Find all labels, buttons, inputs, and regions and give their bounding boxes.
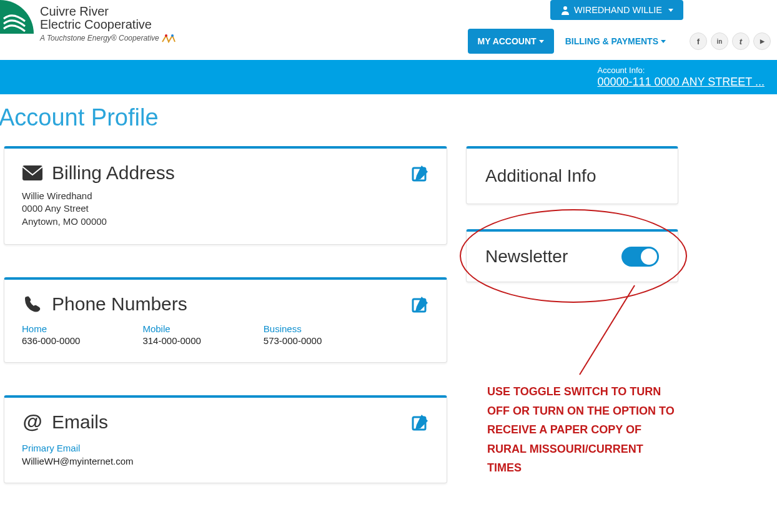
facebook-icon[interactable]: f [690,32,707,50]
svg-line-7 [580,285,635,375]
billing-city: Anytown, MO 00000 [22,215,429,228]
toggle-knob [641,249,657,265]
additional-info-card: Additional Info [466,146,678,204]
pencil-square-icon [412,164,429,182]
brand-tagline: A Touchstone Energy® Cooperative [40,34,176,43]
touchstone-icon [161,34,176,43]
page-title: Account Profile [0,104,777,131]
newsletter-card: Newsletter [466,229,678,282]
billing-name: Willie Wiredhand [22,190,429,202]
newsletter-toggle[interactable] [621,247,659,267]
pencil-square-icon [412,413,429,431]
phone-business: Business 573-000-0000 [264,323,322,346]
logo-icon [0,0,34,34]
billing-address-card: Billing Address Willie Wiredhand 0000 An… [4,146,447,245]
at-sign-icon: @ [22,411,43,433]
phone-home: Home 636-000-0000 [22,323,80,346]
user-icon [560,5,570,15]
newsletter-title: Newsletter [485,247,568,267]
billing-address-title: Billing Address [52,162,175,184]
top-bar: Cuivre River Electric Cooperative A Touc… [0,0,777,54]
pencil-square-icon [412,295,429,313]
envelope-icon [22,162,43,184]
caret-down-icon [668,9,673,12]
nav-my-account[interactable]: MY ACCOUNT [468,29,554,54]
annotation-text: USE TOGGLE SWITCH TO TURN OFF OR TURN ON… [487,382,678,478]
edit-phone-numbers-button[interactable] [412,295,429,313]
twitter-icon[interactable]: t [732,32,750,50]
edit-billing-address-button[interactable] [412,164,429,182]
youtube-icon[interactable]: ▶ [753,32,771,50]
main-nav: MY ACCOUNT BILLING & PAYMENTS f in t ▶ [468,29,771,54]
primary-email-label: Primary Email [22,443,429,453]
phone-mobile: Mobile 314-000-0000 [142,323,200,346]
additional-info-title: Additional Info [485,166,659,186]
user-menu-button[interactable]: WIREDHAND WILLIE [550,0,683,20]
account-info-value[interactable]: 00000-111 0000 ANY STREET ... [597,76,765,89]
svg-rect-3 [22,165,42,180]
nav-billing-payments[interactable]: BILLING & PAYMENTS [560,29,671,54]
svg-point-2 [563,6,567,10]
phone-icon [22,293,43,315]
caret-down-icon [539,40,544,43]
linkedin-icon[interactable]: in [711,32,728,50]
emails-card: @ Emails Primary Email WillieWH@myintern… [4,395,447,483]
billing-street: 0000 Any Street [22,202,429,215]
annotation-line [572,284,647,378]
account-info-band: Account Info: 00000-111 0000 ANY STREET … [0,60,777,94]
edit-emails-button[interactable] [412,413,429,431]
brand-name-1: Cuivre River [40,5,176,18]
brand-name-2: Electric Cooperative [40,18,176,31]
account-info-label: Account Info: [597,66,765,75]
logo-block: Cuivre River Electric Cooperative A Touc… [0,0,176,43]
user-menu-label: WIREDHAND WILLIE [574,5,662,15]
emails-title: Emails [52,411,108,433]
phone-numbers-title: Phone Numbers [52,293,187,315]
svg-point-1 [171,34,174,37]
primary-email-value: WillieWH@myinternet.com [22,456,429,466]
svg-point-0 [165,34,167,37]
caret-down-icon [661,40,666,43]
phone-numbers-card: Phone Numbers Home 636-000-0000 Mobile 3… [4,277,447,363]
